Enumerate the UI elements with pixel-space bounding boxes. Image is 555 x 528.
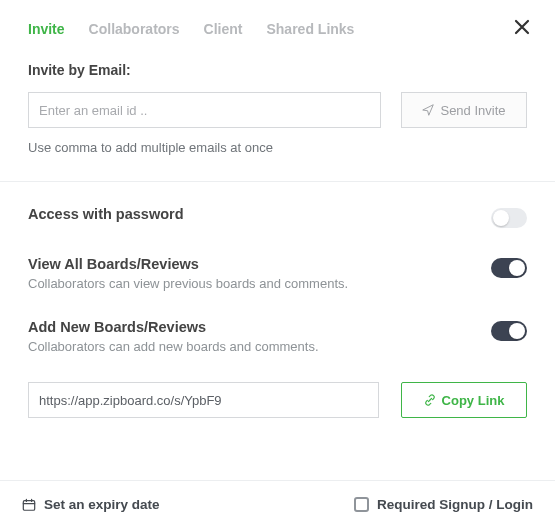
- link-icon: [424, 394, 436, 406]
- invite-label: Invite by Email:: [28, 62, 527, 78]
- tabs: Invite Collaborators Client Shared Links: [28, 21, 513, 37]
- toggle-password[interactable]: [491, 208, 527, 228]
- invite-section: Invite by Email: Send Invite Use comma t…: [0, 48, 555, 163]
- setting-view-all: View All Boards/Reviews Collaborators ca…: [28, 256, 527, 291]
- tab-invite[interactable]: Invite: [28, 21, 65, 37]
- close-icon: [513, 18, 531, 36]
- tab-shared-links[interactable]: Shared Links: [266, 21, 354, 37]
- toggle-knob: [509, 323, 525, 339]
- setting-add-new-title: Add New Boards/Reviews: [28, 319, 491, 335]
- invite-row: Send Invite: [28, 92, 527, 128]
- invite-hint: Use comma to add multiple emails at once: [28, 140, 527, 155]
- tab-collaborators[interactable]: Collaborators: [89, 21, 180, 37]
- setting-add-new-sub: Collaborators can add new boards and com…: [28, 339, 491, 354]
- setting-view-all-title: View All Boards/Reviews: [28, 256, 491, 272]
- send-icon: [422, 104, 434, 116]
- svg-rect-0: [23, 500, 34, 510]
- required-signup-checkbox[interactable]: [354, 497, 369, 512]
- copy-link-button[interactable]: Copy Link: [401, 382, 527, 418]
- toggle-knob: [509, 260, 525, 276]
- setting-password: Access with password: [28, 206, 527, 228]
- setting-password-title: Access with password: [28, 206, 491, 222]
- tabs-row: Invite Collaborators Client Shared Links: [0, 0, 555, 48]
- setting-add-new: Add New Boards/Reviews Collaborators can…: [28, 319, 527, 354]
- required-signup-label: Required Signup / Login: [377, 497, 533, 512]
- expiry-label: Set an expiry date: [44, 497, 160, 512]
- settings-section: Access with password View All Boards/Rev…: [0, 181, 555, 436]
- expiry-date-button[interactable]: Set an expiry date: [22, 497, 160, 512]
- send-invite-button[interactable]: Send Invite: [401, 92, 527, 128]
- share-link-input[interactable]: [28, 382, 379, 418]
- send-invite-label: Send Invite: [440, 103, 505, 118]
- toggle-add-new[interactable]: [491, 321, 527, 341]
- toggle-view-all[interactable]: [491, 258, 527, 278]
- email-input[interactable]: [28, 92, 381, 128]
- invite-modal: Invite Collaborators Client Shared Links…: [0, 0, 555, 528]
- toggle-knob: [493, 210, 509, 226]
- share-link-row: Copy Link: [28, 382, 527, 418]
- copy-link-label: Copy Link: [442, 393, 505, 408]
- setting-view-all-sub: Collaborators can view previous boards a…: [28, 276, 491, 291]
- required-signup-option[interactable]: Required Signup / Login: [354, 497, 533, 512]
- tab-client[interactable]: Client: [204, 21, 243, 37]
- calendar-icon: [22, 498, 36, 512]
- footer: Set an expiry date Required Signup / Log…: [0, 480, 555, 528]
- close-button[interactable]: [513, 18, 531, 40]
